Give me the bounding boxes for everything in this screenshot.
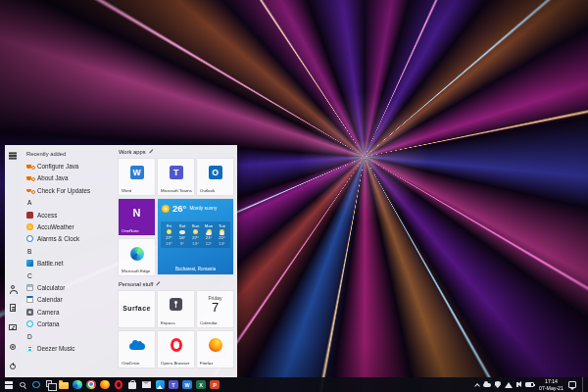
action-center-icon (568, 381, 576, 389)
taskbar-search-button[interactable] (16, 377, 29, 392)
surface-wordmark: Surface (119, 305, 155, 312)
taskbar-firefox[interactable] (98, 377, 112, 392)
app-label: Battle.net (37, 260, 64, 267)
camera-icon (26, 309, 33, 316)
app-label: AccuWeather (37, 223, 74, 230)
show-desktop-button[interactable] (582, 377, 585, 392)
app-item-battle-net[interactable]: Battle.net (21, 258, 113, 270)
letter-label: A (27, 199, 31, 206)
tile-label: Microsoft Teams (161, 188, 192, 193)
windows-logo-icon (5, 381, 13, 389)
access-icon (26, 212, 33, 219)
tile-microsoft-edge[interactable]: Microsoft Edge (119, 239, 155, 275)
app-item-about-java[interactable]: About Java (21, 172, 113, 184)
app-item-check-for-updates[interactable]: Check For Updates (21, 184, 113, 196)
app-list-letter-b[interactable]: B (21, 245, 113, 257)
tile-onedrive[interactable]: OneDrive (119, 331, 155, 368)
app-list-letter-d[interactable]: D (21, 330, 113, 342)
high-temp: 16° (179, 235, 186, 240)
app-item-configure-java[interactable]: Configure Java (21, 160, 113, 172)
tile-label: Enpass (161, 320, 175, 325)
tile-opera[interactable]: Opera Browser (158, 331, 194, 368)
calendar-icon (26, 296, 33, 303)
low-temp: 19° (166, 241, 172, 246)
taskbar-edge[interactable] (71, 377, 84, 392)
app-item-alarms-clock[interactable]: Alarms & Clock (21, 233, 113, 245)
taskbar-clock[interactable]: 17:14 07-May-21 (538, 378, 564, 392)
app-list-letter-c[interactable]: C (21, 270, 113, 281)
battery-tray-button[interactable] (525, 377, 534, 392)
app-item-accuweather[interactable]: AccuWeather (21, 220, 113, 232)
high-temp: 27° (166, 235, 172, 240)
show-hidden-icons-button[interactable] (475, 377, 479, 392)
tile-onenote[interactable]: N OneNote (119, 199, 155, 235)
tile-label: Outlook (200, 188, 215, 193)
app-item-cortana[interactable]: Cortana (21, 318, 113, 329)
taskbar-left: T W X P (2, 377, 221, 392)
settings-button[interactable] (7, 341, 19, 353)
system-tray: 17:14 07-May-21 (475, 377, 586, 392)
cortana-icon (26, 320, 33, 327)
tile-group-header-personal-stuff[interactable]: Personal stuff (119, 281, 161, 287)
taskbar-powerpoint[interactable]: P (208, 377, 221, 392)
app-label: Access (37, 212, 57, 219)
app-item-access[interactable]: Access (21, 209, 113, 220)
taskbar-opera[interactable] (112, 377, 125, 392)
security-tray-button[interactable] (495, 377, 501, 392)
app-item-calendar[interactable]: Calendar (21, 294, 113, 306)
high-temp: 22° (219, 235, 225, 240)
tile-group-header-work-apps[interactable]: Work apps (119, 149, 153, 155)
tile-panel: Work apps W Word T Microsoft Teams O Out… (113, 145, 237, 377)
tile-label: Microsoft Edge (122, 269, 150, 273)
taskbar-excel[interactable]: X (194, 377, 208, 392)
tile-weather[interactable]: 26° Mostly sunny Fri 27° 19° Sat 16° 9° (158, 199, 233, 274)
taskbar-mail[interactable] (139, 377, 153, 392)
pictures-button[interactable] (7, 321, 19, 333)
group-title: Work apps (119, 149, 146, 155)
app-list-letter-a[interactable]: A (21, 197, 113, 209)
volume-tray-button[interactable] (516, 377, 521, 392)
taskbar-chrome[interactable] (84, 377, 98, 392)
power-button[interactable] (7, 361, 19, 372)
photos-icon (156, 380, 165, 389)
tile-label: Word (122, 188, 131, 193)
tile-outlook[interactable]: O Outlook (197, 159, 233, 195)
tile-label: Opera Browser (161, 361, 190, 366)
app-label: About Java (37, 174, 69, 181)
clock-date: 07-May-21 (538, 385, 564, 392)
documents-button[interactable] (7, 302, 19, 314)
tile-teams[interactable]: T Microsoft Teams (158, 159, 194, 195)
action-center-button[interactable] (568, 377, 576, 392)
onedrive-tray-button[interactable] (483, 377, 491, 392)
app-item-camera[interactable]: Camera (21, 306, 113, 318)
tile-calendar[interactable]: Friday 7 Calendar (197, 291, 233, 327)
deezer-icon (26, 345, 33, 352)
user-icon (11, 285, 15, 289)
current-temperature: 26° (172, 203, 186, 214)
documents-icon (10, 304, 16, 312)
tile-surface[interactable]: Surface (119, 291, 155, 327)
app-item-calculator[interactable]: Calculator (21, 281, 113, 293)
teams-icon: T (170, 166, 183, 179)
app-item-deezer-music[interactable]: Deezer Music (21, 342, 113, 354)
app-label: Check For Updates (37, 187, 90, 194)
cortana-button[interactable] (29, 377, 43, 392)
tile-label: Calendar (200, 320, 218, 325)
expand-start-menu-button[interactable] (7, 150, 19, 162)
partly-cloudy-icon (220, 229, 224, 234)
taskbar-word[interactable]: W (180, 377, 194, 392)
day-name: Fri (167, 223, 172, 228)
taskbar-teams[interactable]: T (167, 377, 180, 392)
user-account-button[interactable] (7, 282, 19, 294)
tile-enpass[interactable]: Enpass (158, 291, 194, 327)
taskbar-file-explorer[interactable] (57, 377, 71, 392)
rail-bottom-group (7, 282, 19, 372)
tile-firefox[interactable]: Firefox (197, 331, 233, 368)
sunny-icon (167, 229, 172, 234)
taskbar-photos[interactable] (153, 377, 167, 392)
tile-word[interactable]: W Word (119, 159, 155, 195)
network-tray-button[interactable] (505, 377, 513, 392)
task-view-button[interactable] (43, 377, 57, 392)
start-button[interactable] (2, 377, 16, 392)
taskbar-store[interactable] (125, 377, 139, 392)
